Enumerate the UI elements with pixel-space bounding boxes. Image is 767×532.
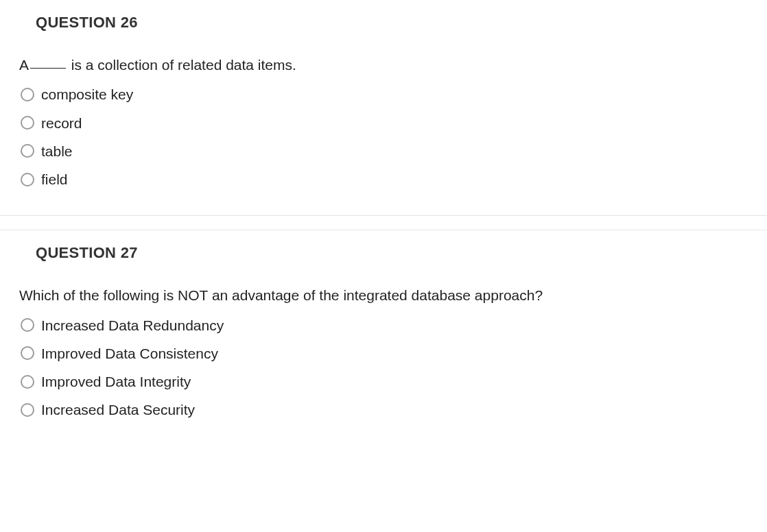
radio-icon[interactable] [21,346,34,360]
prompt-prefix: Which of the following is NOT an advanta… [19,287,543,303]
option-label[interactable]: composite key [41,86,133,103]
option-row[interactable]: Increased Data Security [21,401,748,418]
option-label[interactable]: field [41,171,68,188]
option-row[interactable]: Improved Data Consistency [21,345,748,362]
section-gap [0,216,767,230]
radio-icon[interactable] [21,403,34,417]
options-list: Increased Data Redundancy Improved Data … [21,317,748,419]
option-label[interactable]: Increased Data Redundancy [41,317,224,334]
options-list: composite key record table field [21,86,748,188]
quiz-page: QUESTION 26 A is a collection of related… [0,0,767,446]
question-block: QUESTION 26 A is a collection of related… [0,0,767,215]
radio-icon[interactable] [21,88,34,101]
question-prompt: Which of the following is NOT an advanta… [19,285,748,305]
radio-icon[interactable] [21,173,34,186]
option-label[interactable]: record [41,114,82,132]
option-label[interactable]: Improved Data Consistency [41,345,218,362]
question-title: QUESTION 27 [36,244,748,262]
fill-blank [30,68,66,69]
prompt-prefix: A [19,57,29,73]
option-label[interactable]: table [41,143,73,160]
radio-icon[interactable] [21,375,34,389]
radio-icon[interactable] [21,144,34,158]
question-title: QUESTION 26 [36,14,748,32]
question-block: QUESTION 27 Which of the following is NO… [0,230,767,446]
prompt-suffix: is a collection of related data items. [67,57,296,73]
radio-icon[interactable] [21,318,34,332]
option-row[interactable]: composite key [21,86,748,103]
radio-icon[interactable] [21,116,34,130]
option-row[interactable]: record [21,114,748,132]
question-prompt: A is a collection of related data items. [19,55,748,75]
option-row[interactable]: field [21,171,748,188]
option-label[interactable]: Increased Data Security [41,401,195,418]
option-row[interactable]: Increased Data Redundancy [21,317,748,334]
option-row[interactable]: Improved Data Integrity [21,373,748,390]
option-label[interactable]: Improved Data Integrity [41,373,191,390]
option-row[interactable]: table [21,143,748,160]
